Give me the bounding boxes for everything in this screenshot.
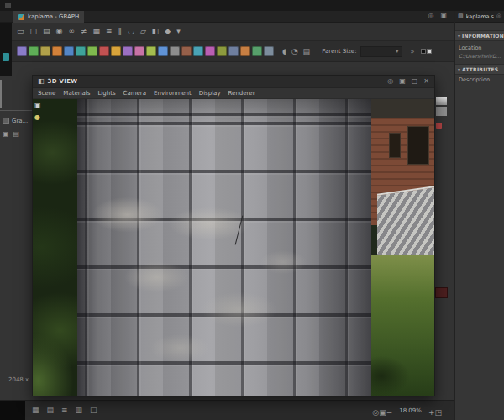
draw-icon[interactable]: ▱ bbox=[140, 28, 146, 35]
pin-icon[interactable]: ◎ bbox=[387, 78, 393, 85]
node-color-swatch[interactable] bbox=[87, 46, 97, 56]
grid-view-icon[interactable]: ▦ bbox=[32, 407, 39, 414]
node-thumbnail[interactable] bbox=[436, 97, 447, 105]
menu-environment[interactable]: Environment bbox=[154, 90, 192, 97]
toolbar-overflow-chevron[interactable]: » bbox=[411, 48, 415, 55]
node-color-swatch[interactable] bbox=[40, 46, 50, 56]
speaker-icon[interactable]: ◖ bbox=[282, 48, 286, 55]
explorer-tab-bar[interactable]: ▤ kaplama.sbs ◎ bbox=[455, 11, 504, 23]
pin-icon[interactable]: ◎ bbox=[428, 13, 433, 19]
node-color-swatch[interactable] bbox=[52, 46, 62, 56]
node-color-swatch[interactable] bbox=[17, 46, 27, 56]
link-mode-icon[interactable]: ∞ bbox=[68, 28, 75, 35]
select-icon[interactable]: ▭ bbox=[17, 28, 24, 35]
preview-icon[interactable]: □ bbox=[90, 407, 97, 414]
zoom-out-icon[interactable]: − bbox=[386, 409, 393, 417]
compute-icon[interactable]: ◆ bbox=[165, 28, 171, 35]
toolbar-options-icon[interactable]: ▾ bbox=[176, 28, 181, 35]
layers-icon[interactable]: ▤ bbox=[303, 48, 311, 55]
node-preview-swatch[interactable] bbox=[435, 287, 448, 298]
light-bulb-icon[interactable]: ● bbox=[34, 114, 41, 121]
graph-list-icon[interactable]: ▣ bbox=[3, 131, 9, 138]
node-color-swatch[interactable] bbox=[99, 46, 109, 56]
menu-lights[interactable]: Lights bbox=[97, 90, 115, 97]
dock-accent-icon[interactable] bbox=[3, 53, 9, 61]
information-section-header[interactable]: ▾ INFORMATION bbox=[455, 30, 504, 41]
node-color-swatch[interactable] bbox=[228, 46, 239, 56]
fit-view-icon[interactable]: ▣ bbox=[379, 409, 386, 417]
node-toolbar-extra-icons: ◖◔▤ bbox=[282, 48, 310, 55]
unlink-icon[interactable]: ≠ bbox=[81, 28, 87, 35]
location-value: C:/Users/hell/Desktop bbox=[459, 53, 502, 59]
building-window bbox=[389, 133, 401, 158]
app-icon bbox=[5, 3, 11, 8]
node-color-swatch[interactable] bbox=[29, 46, 39, 56]
parent-size-select[interactable]: ▾ bbox=[360, 46, 402, 57]
node-color-swatch[interactable] bbox=[64, 46, 74, 56]
node-color-swatch[interactable] bbox=[193, 46, 203, 56]
layout-icon[interactable]: ▣ bbox=[440, 13, 447, 19]
package-tab-label: kaplama.sbs bbox=[466, 13, 494, 20]
dock-icon[interactable]: ▣ bbox=[399, 78, 406, 85]
parent-size-label: Parent Size: bbox=[322, 48, 356, 55]
node-color-swatch[interactable] bbox=[181, 46, 192, 56]
compact-view-icon[interactable]: ▥ bbox=[76, 407, 83, 414]
display-toggle-icon[interactable]: ▣ bbox=[34, 102, 41, 109]
3d-view-menubar: SceneMaterialsLightsCameraEnvironmentDis… bbox=[33, 88, 434, 99]
folder-icon[interactable]: ▤ bbox=[13, 131, 20, 138]
graph-panel-tab[interactable]: Gra... bbox=[3, 118, 33, 124]
graph-tab-label: kaplama - GRAPH bbox=[28, 13, 79, 20]
zoom-in-icon[interactable]: + bbox=[428, 409, 435, 417]
menu-display[interactable]: Display bbox=[199, 90, 221, 97]
node-color-swatch[interactable] bbox=[264, 46, 274, 56]
panel-edge-highlight bbox=[0, 80, 2, 108]
status-bar-corner bbox=[0, 401, 25, 420]
menu-camera[interactable]: Camera bbox=[123, 90, 146, 97]
grid-snap-icon[interactable]: ▦ bbox=[92, 28, 100, 35]
node-color-swatch[interactable] bbox=[146, 46, 156, 56]
node-color-swatch[interactable] bbox=[252, 46, 262, 56]
3d-viewport[interactable]: ▣● bbox=[33, 99, 434, 396]
comment-icon[interactable]: ▤ bbox=[43, 28, 50, 35]
menu-scene[interactable]: Scene bbox=[38, 90, 55, 97]
magnet-icon[interactable]: ◡ bbox=[128, 28, 134, 35]
graph-status-bar: ▦▤≡▥□ ◎▣− 18.09% +◳ bbox=[0, 400, 454, 420]
material-mode-icon[interactable]: ◧ bbox=[152, 28, 160, 35]
list-view-icon[interactable]: ≡ bbox=[61, 407, 68, 414]
pin-note-icon[interactable]: ◉ bbox=[56, 28, 63, 35]
menu-materials[interactable]: Materials bbox=[63, 90, 90, 97]
chevron-down-icon: ▾ bbox=[458, 33, 460, 39]
3d-view-titlebar[interactable]: ◧ 3D VIEW ◎▣□× bbox=[33, 76, 434, 88]
node-status-badge bbox=[436, 123, 442, 129]
node-palette bbox=[17, 46, 274, 56]
focus-icon[interactable]: ◎ bbox=[372, 409, 379, 417]
menu-renderer[interactable]: Renderer bbox=[228, 90, 255, 97]
attributes-header-label: ATTRIBUTES bbox=[462, 66, 498, 72]
bell-icon[interactable]: ◔ bbox=[291, 48, 298, 55]
align-horizontal-icon[interactable]: ≡ bbox=[106, 28, 113, 35]
color-pair-icon[interactable] bbox=[421, 49, 432, 54]
node-color-swatch[interactable] bbox=[76, 46, 86, 56]
viewport-tool-icons: ▣● bbox=[34, 102, 41, 121]
node-color-swatch[interactable] bbox=[111, 46, 121, 56]
attributes-section-header[interactable]: ▾ ATTRIBUTES bbox=[455, 64, 504, 75]
pin-icon[interactable]: ◎ bbox=[496, 13, 501, 19]
thumbnail-view-icon[interactable]: ▤ bbox=[47, 407, 55, 414]
node-color-swatch[interactable] bbox=[158, 46, 168, 56]
frame-icon[interactable]: ▢ bbox=[30, 28, 38, 35]
node-color-swatch[interactable] bbox=[123, 46, 133, 56]
node-color-swatch[interactable] bbox=[217, 46, 227, 56]
node-color-swatch[interactable] bbox=[205, 46, 215, 56]
explorer-panel: ▤ kaplama.sbs ◎ ▾ INFORMATION Location C… bbox=[454, 0, 504, 420]
close-icon[interactable]: × bbox=[423, 78, 429, 85]
maximize-icon[interactable]: □ bbox=[412, 78, 418, 85]
node-color-swatch[interactable] bbox=[170, 46, 180, 56]
node-color-swatch[interactable] bbox=[134, 46, 144, 56]
node-thumbnail[interactable] bbox=[436, 107, 447, 116]
fullscreen-icon[interactable]: ◳ bbox=[434, 409, 442, 417]
node-color-swatch[interactable] bbox=[240, 46, 250, 56]
resolution-label: 2048 x bbox=[8, 376, 29, 383]
tab-graph[interactable]: kaplama - GRAPH bbox=[13, 11, 84, 23]
node-toolbar: ◖◔▤ Parent Size: ▾ » bbox=[0, 41, 454, 62]
align-vertical-icon[interactable]: ∥ bbox=[118, 28, 123, 35]
